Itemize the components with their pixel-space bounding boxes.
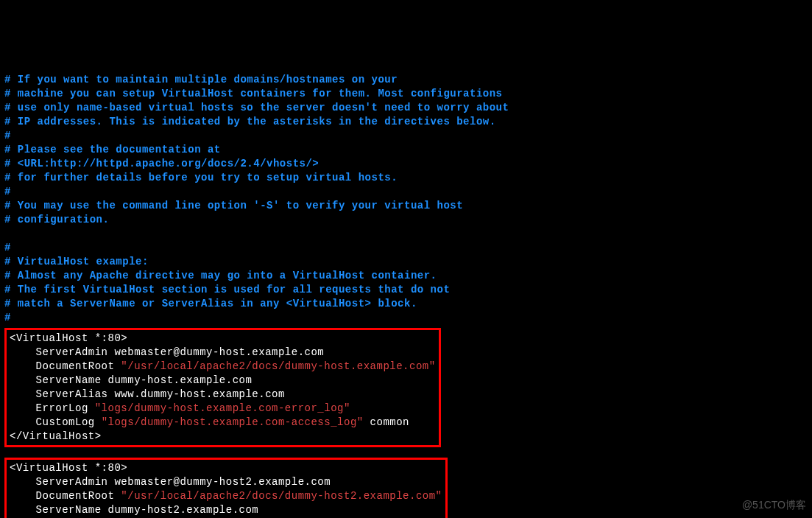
vhost-open-tag: <VirtualHost *:80> bbox=[10, 462, 127, 474]
comment-line: # configuration. bbox=[4, 214, 109, 225]
custom-log-key: CustomLog bbox=[10, 416, 102, 428]
comment-line: # bbox=[4, 130, 11, 141]
server-admin-line: ServerAdmin webmaster@dummy-host2.exampl… bbox=[10, 476, 331, 488]
error-log-key: ErrorLog bbox=[10, 402, 95, 414]
document-root-key: DocumentRoot bbox=[10, 490, 121, 502]
server-alias-line: ServerAlias www.dummy-host.example.com bbox=[10, 388, 285, 400]
comment-line: # for further details before you try to … bbox=[4, 172, 398, 183]
comment-line: # bbox=[4, 312, 11, 323]
comment-line: # You may use the command line option '-… bbox=[4, 200, 463, 211]
vhost-close-tag: </VirtualHost> bbox=[10, 430, 102, 442]
comment-line: # If you want to maintain multiple domai… bbox=[4, 74, 398, 85]
server-admin-line: ServerAdmin webmaster@dummy-host.example… bbox=[10, 346, 324, 358]
custom-log-value: "logs/dummy-host.example.com-access_log" bbox=[102, 416, 364, 428]
server-name-line: ServerName dummy-host2.example.com bbox=[10, 504, 258, 516]
custom-log-tail: common bbox=[364, 416, 409, 428]
highlight-box-vhost1: <VirtualHost *:80> ServerAdmin webmaster… bbox=[4, 328, 441, 447]
error-log-value: "logs/dummy-host.example.com-error_log" bbox=[95, 402, 350, 414]
comment-line: # machine you can setup VirtualHost cont… bbox=[4, 88, 503, 99]
comment-line: # <URL:http://httpd.apache.org/docs/2.4/… bbox=[4, 158, 319, 169]
document-root-value: "/usr/local/apache2/docs/dummy-host.exam… bbox=[121, 360, 435, 372]
document-root-value: "/usr/local/apache2/docs/dummy-host2.exa… bbox=[121, 490, 442, 502]
server-name-line: ServerName dummy-host.example.com bbox=[10, 374, 252, 386]
document-root-key: DocumentRoot bbox=[10, 360, 121, 372]
comment-line: # VirtualHost example: bbox=[4, 256, 149, 267]
watermark-label: @51CTO博客 bbox=[742, 498, 806, 512]
comment-line: # IP addresses. This is indicated by the… bbox=[4, 116, 496, 127]
vhost-open-tag: <VirtualHost *:80> bbox=[10, 332, 127, 344]
comment-line: # bbox=[4, 186, 11, 197]
highlight-box-vhost2: <VirtualHost *:80> ServerAdmin webmaster… bbox=[4, 458, 448, 518]
comment-line: # match a ServerName or ServerAlias in a… bbox=[4, 298, 417, 309]
editor-viewport[interactable]: # If you want to maintain multiple domai… bbox=[4, 59, 808, 518]
comment-line: # The first VirtualHost section is used … bbox=[4, 284, 450, 295]
comment-line: # bbox=[4, 242, 11, 253]
comment-line: # Please see the documentation at bbox=[4, 144, 221, 155]
comment-line: # Almost any Apache directive may go int… bbox=[4, 270, 437, 281]
comment-line: # use only name-based virtual hosts so t… bbox=[4, 102, 509, 113]
